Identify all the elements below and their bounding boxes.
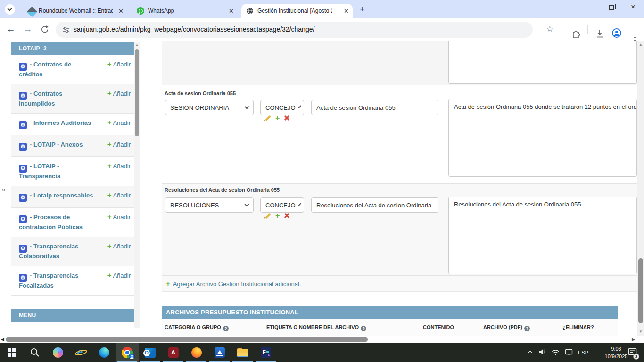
cast-screen-icon[interactable] xyxy=(565,348,573,357)
taskbar-search-button[interactable] xyxy=(23,343,46,362)
add-link-label[interactable]: Añadir xyxy=(113,243,131,250)
sidebar-item-label[interactable]: - Informes Auditorías xyxy=(30,119,91,126)
add-link[interactable]: +Añadir xyxy=(107,119,131,127)
sidebar-item-lotaip-transparencia[interactable]: ⚙- LOTAIP - Transparencia +Añadir xyxy=(11,157,140,186)
description-textarea-partial[interactable] xyxy=(448,41,637,84)
add-link-label[interactable]: Añadir xyxy=(113,214,131,221)
page-scrollbar-horizontal[interactable]: ◀ ▶ xyxy=(0,336,644,343)
horizontal-scrollbar-thumb[interactable] xyxy=(6,337,368,342)
extensions-icon[interactable] xyxy=(569,18,583,41)
tab-close-icon[interactable]: ✕ xyxy=(344,8,349,15)
organ-select[interactable]: CONCEJO xyxy=(260,100,304,115)
profile-icon[interactable] xyxy=(609,18,624,41)
tray-chevron-up-icon[interactable] xyxy=(527,348,534,357)
add-plus-icon[interactable]: + xyxy=(275,115,280,122)
add-link[interactable]: +Añadir xyxy=(107,213,131,221)
tab-close-icon[interactable]: ✕ xyxy=(118,8,124,15)
taskbar-file-explorer-button[interactable] xyxy=(231,343,254,362)
sidebar-item-label[interactable]: - Transparencias Colaborativas xyxy=(19,243,78,260)
taskbar-firefox-button[interactable] xyxy=(185,343,208,362)
edit-pencil-icon[interactable] xyxy=(264,212,271,219)
add-link[interactable]: +Añadir xyxy=(107,90,131,98)
scroll-left-icon[interactable]: ◀ xyxy=(1,337,4,342)
sidebar-scrollbar-thumb[interactable] xyxy=(135,49,139,136)
back-button[interactable]: ← xyxy=(5,18,17,41)
add-link-label[interactable]: Añadir xyxy=(113,61,131,68)
taskbar-chrome-button-active[interactable] xyxy=(116,343,139,362)
site-settings-icon[interactable] xyxy=(62,25,70,36)
add-link-label[interactable]: Añadir xyxy=(113,90,131,97)
page-scrollbar-thumb[interactable] xyxy=(638,258,643,323)
add-archivo-row[interactable]: + Agregar Archivo Gestión Institucional … xyxy=(162,276,637,292)
sidebar-item-lotaip-responsables[interactable]: ⚙- Lotaip responsables +Añadir xyxy=(11,186,140,208)
description-textarea[interactable]: Resoluciones del Acta de sesion Ordinari… xyxy=(448,197,637,274)
language-indicator[interactable]: ESP xyxy=(578,350,588,355)
add-link[interactable]: +Añadir xyxy=(107,242,131,250)
add-archivo-link[interactable]: Agregar Archivo Gestión Institucional ad… xyxy=(173,280,301,288)
start-button[interactable] xyxy=(0,343,23,362)
taskbar-edge-button[interactable] xyxy=(92,343,116,362)
tab-close-icon[interactable]: ✕ xyxy=(229,8,234,15)
window-minimize-button[interactable] xyxy=(581,0,601,15)
add-link[interactable]: +Añadir xyxy=(107,60,131,68)
scroll-right-icon[interactable]: ▶ xyxy=(632,337,635,342)
sidebar-item-label[interactable]: - Transparencias Focalizadas xyxy=(19,272,78,289)
tab-search-button[interactable] xyxy=(5,4,15,15)
add-link[interactable]: +Añadir xyxy=(107,272,131,280)
url-bar[interactable]: sanjuan.gob.ec/admin/pkg_webpage/convoca… xyxy=(56,22,533,38)
name-input[interactable] xyxy=(311,100,438,115)
name-input[interactable] xyxy=(311,197,438,213)
wifi-icon[interactable] xyxy=(551,348,560,357)
window-restore-button[interactable] xyxy=(602,0,621,15)
new-tab-button[interactable]: + xyxy=(357,4,367,15)
taskbar-acrobat-button[interactable]: A xyxy=(162,343,185,362)
add-plus-icon[interactable]: + xyxy=(275,213,280,219)
add-link-label[interactable]: Añadir xyxy=(113,119,131,126)
session-type-select[interactable]: SESION ORDINARIA xyxy=(165,100,254,115)
window-close-button[interactable]: × xyxy=(623,0,643,15)
add-link-label[interactable]: Añadir xyxy=(113,141,131,148)
forward-button[interactable]: → xyxy=(22,18,34,41)
delete-x-icon[interactable] xyxy=(284,213,290,219)
taskbar-fapp-button[interactable]: F xyxy=(254,343,277,362)
taskbar-copilot-button[interactable] xyxy=(46,343,69,362)
add-link[interactable]: +Añadir xyxy=(107,327,131,328)
sidebar-item-label[interactable]: - Lotaip responsables xyxy=(30,192,93,199)
add-link[interactable]: +Añadir xyxy=(107,162,131,170)
sidebar-item-informes-auditorias[interactable]: ⚙- Informes Auditorías +Añadir xyxy=(11,114,140,135)
organ-select[interactable]: CONCEJO xyxy=(260,197,304,213)
reload-button[interactable] xyxy=(39,18,51,41)
scroll-up-icon[interactable]: ▲ xyxy=(637,42,644,47)
browser-menu-icon[interactable] xyxy=(629,18,640,41)
volume-icon[interactable] xyxy=(538,348,546,357)
add-link-label[interactable]: Añadir xyxy=(113,192,131,199)
url-text[interactable]: sanjuan.gob.ec/admin/pkg_webpage/convoca… xyxy=(74,25,521,33)
sidebar-item-contratos-creditos[interactable]: ⚙- Contratos de créditos +Añadir xyxy=(11,55,140,84)
tab-roundcube[interactable]: Roundcube Webmail :: Entrada ✕ xyxy=(23,4,127,18)
scroll-down-icon[interactable]: ▼ xyxy=(637,329,644,334)
tab-gestion-institucional-active[interactable]: Gestión Institucional [Agosto-2 ✕ xyxy=(241,4,353,18)
add-link-label[interactable]: Añadir xyxy=(113,163,131,170)
sidebar-item-transparencias-colaborativas[interactable]: ⚙- Transparencias Colaborativas +Añadir xyxy=(11,237,140,266)
page-scrollbar-vertical[interactable]: ▲ ▼ xyxy=(637,41,644,336)
add-link[interactable]: +Añadir xyxy=(107,140,131,148)
delete-x-icon[interactable] xyxy=(284,115,290,121)
sidebar-collapse-button[interactable]: « xyxy=(2,185,6,193)
scroll-up-icon[interactable]: ▲ xyxy=(134,43,140,47)
sidebar-item-contratos-incumplidos[interactable]: ⚙- Contratos incumplidos +Añadir xyxy=(11,84,140,114)
add-link[interactable]: +Añadir xyxy=(107,191,131,199)
sidebar-item-label[interactable]: - LOTAIP - Anexos xyxy=(30,141,83,148)
add-link-label[interactable]: Añadir xyxy=(113,272,131,279)
sidebar-item-paginas[interactable]: - Páginas +Añadir xyxy=(11,322,140,328)
edit-pencil-icon[interactable] xyxy=(264,115,271,122)
downloads-icon[interactable] xyxy=(592,18,607,41)
taskbar-scanner-button[interactable] xyxy=(208,343,231,362)
bookmark-star-icon[interactable]: ☆ xyxy=(542,18,557,41)
sidebar-item-label[interactable]: - Procesos de contratación Públicas xyxy=(19,214,83,230)
tab-whatsapp[interactable]: WhatsApp ✕ xyxy=(132,4,238,18)
sidebar-scrollbar[interactable]: ▲ xyxy=(134,42,140,328)
sidebar-item-procesos-contratacion[interactable]: ⚙- Procesos de contratación Públicas +Añ… xyxy=(11,208,140,237)
taskbar-outlook-button[interactable] xyxy=(139,343,162,362)
description-textarea[interactable]: Acta de sesión Ordinaria 055 donde se tr… xyxy=(448,99,637,177)
sidebar-item-transparencias-focalizadas[interactable]: ⚙- Transparencias Focalizadas +Añadir xyxy=(11,266,140,296)
